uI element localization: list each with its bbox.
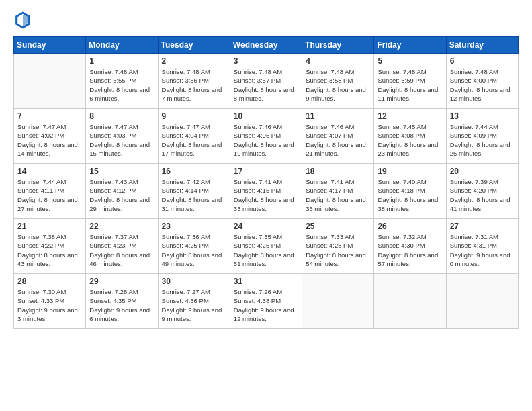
day-number: 9 <box>162 111 226 121</box>
day-info: Sunrise: 7:33 AM Sunset: 4:28 PM Dayligh… <box>306 232 370 268</box>
day-info: Sunrise: 7:46 AM Sunset: 4:07 PM Dayligh… <box>306 122 370 158</box>
day-info: Sunrise: 7:48 AM Sunset: 3:59 PM Dayligh… <box>378 67 442 103</box>
calendar-day-cell <box>446 274 518 329</box>
day-info: Sunrise: 7:47 AM Sunset: 4:02 PM Dayligh… <box>17 122 82 158</box>
calendar-day-cell: 25Sunrise: 7:33 AM Sunset: 4:28 PM Dayli… <box>302 219 374 274</box>
calendar-day-cell: 31Sunrise: 7:26 AM Sunset: 4:38 PM Dayli… <box>230 274 302 329</box>
day-info: Sunrise: 7:39 AM Sunset: 4:20 PM Dayligh… <box>450 177 515 213</box>
calendar-day-cell: 17Sunrise: 7:41 AM Sunset: 4:15 PM Dayli… <box>230 164 302 219</box>
day-info: Sunrise: 7:42 AM Sunset: 4:14 PM Dayligh… <box>162 177 226 213</box>
weekday-header: Monday <box>86 37 158 54</box>
calendar-day-cell: 6Sunrise: 7:48 AM Sunset: 4:00 PM Daylig… <box>446 54 518 109</box>
day-number: 1 <box>89 56 154 66</box>
calendar-day-cell: 29Sunrise: 7:28 AM Sunset: 4:35 PM Dayli… <box>86 274 158 329</box>
day-number: 29 <box>89 277 154 286</box>
logo-icon <box>13 11 32 30</box>
calendar-day-cell: 7Sunrise: 7:47 AM Sunset: 4:02 PM Daylig… <box>14 109 86 164</box>
day-number: 3 <box>234 56 298 66</box>
day-number: 23 <box>162 222 226 231</box>
day-number: 31 <box>234 277 298 286</box>
day-number: 10 <box>234 111 298 121</box>
day-info: Sunrise: 7:36 AM Sunset: 4:25 PM Dayligh… <box>162 232 226 268</box>
day-info: Sunrise: 7:32 AM Sunset: 4:30 PM Dayligh… <box>378 232 442 268</box>
calendar-day-cell <box>374 274 446 329</box>
day-info: Sunrise: 7:44 AM Sunset: 4:11 PM Dayligh… <box>17 177 82 213</box>
calendar-day-cell: 21Sunrise: 7:38 AM Sunset: 4:22 PM Dayli… <box>14 219 86 274</box>
day-number: 4 <box>306 56 370 66</box>
calendar-day-cell: 14Sunrise: 7:44 AM Sunset: 4:11 PM Dayli… <box>14 164 86 219</box>
calendar-day-cell: 15Sunrise: 7:43 AM Sunset: 4:12 PM Dayli… <box>86 164 158 219</box>
day-number: 16 <box>162 167 226 176</box>
calendar-day-cell <box>14 54 86 109</box>
day-info: Sunrise: 7:45 AM Sunset: 4:08 PM Dayligh… <box>378 122 442 158</box>
calendar-day-cell: 26Sunrise: 7:32 AM Sunset: 4:30 PM Dayli… <box>374 219 446 274</box>
day-info: Sunrise: 7:41 AM Sunset: 4:15 PM Dayligh… <box>234 177 298 213</box>
day-info: Sunrise: 7:41 AM Sunset: 4:17 PM Dayligh… <box>306 177 370 213</box>
weekday-header: Thursday <box>302 37 374 54</box>
day-number: 22 <box>89 222 154 231</box>
calendar-week-row: 21Sunrise: 7:38 AM Sunset: 4:22 PM Dayli… <box>14 219 519 274</box>
day-number: 6 <box>450 56 515 66</box>
day-info: Sunrise: 7:27 AM Sunset: 4:36 PM Dayligh… <box>162 287 226 323</box>
calendar-day-cell: 19Sunrise: 7:40 AM Sunset: 4:18 PM Dayli… <box>374 164 446 219</box>
calendar-day-cell: 24Sunrise: 7:35 AM Sunset: 4:26 PM Dayli… <box>230 219 302 274</box>
day-info: Sunrise: 7:48 AM Sunset: 3:58 PM Dayligh… <box>306 67 370 103</box>
calendar-day-cell: 13Sunrise: 7:44 AM Sunset: 4:09 PM Dayli… <box>446 109 518 164</box>
day-number: 21 <box>17 222 82 231</box>
weekday-header: Sunday <box>14 37 86 54</box>
day-info: Sunrise: 7:35 AM Sunset: 4:26 PM Dayligh… <box>234 232 298 268</box>
day-info: Sunrise: 7:43 AM Sunset: 4:12 PM Dayligh… <box>89 177 154 213</box>
calendar-day-cell: 16Sunrise: 7:42 AM Sunset: 4:14 PM Dayli… <box>158 164 230 219</box>
day-info: Sunrise: 7:44 AM Sunset: 4:09 PM Dayligh… <box>450 122 515 158</box>
day-info: Sunrise: 7:40 AM Sunset: 4:18 PM Dayligh… <box>378 177 442 213</box>
day-number: 14 <box>17 167 82 176</box>
calendar-day-cell: 27Sunrise: 7:31 AM Sunset: 4:31 PM Dayli… <box>446 219 518 274</box>
weekday-header: Wednesday <box>230 37 302 54</box>
calendar-day-cell: 4Sunrise: 7:48 AM Sunset: 3:58 PM Daylig… <box>302 54 374 109</box>
calendar-day-cell: 18Sunrise: 7:41 AM Sunset: 4:17 PM Dayli… <box>302 164 374 219</box>
day-info: Sunrise: 7:46 AM Sunset: 4:05 PM Dayligh… <box>234 122 298 158</box>
day-number: 5 <box>378 56 442 66</box>
day-info: Sunrise: 7:47 AM Sunset: 4:03 PM Dayligh… <box>89 122 154 158</box>
weekday-header: Tuesday <box>158 37 230 54</box>
day-info: Sunrise: 7:31 AM Sunset: 4:31 PM Dayligh… <box>450 232 515 268</box>
calendar-day-cell: 23Sunrise: 7:36 AM Sunset: 4:25 PM Dayli… <box>158 219 230 274</box>
calendar-week-row: 28Sunrise: 7:30 AM Sunset: 4:33 PM Dayli… <box>14 274 519 329</box>
day-number: 30 <box>162 277 226 286</box>
day-info: Sunrise: 7:48 AM Sunset: 3:56 PM Dayligh… <box>162 67 226 103</box>
day-number: 20 <box>450 167 515 176</box>
calendar-day-cell: 30Sunrise: 7:27 AM Sunset: 4:36 PM Dayli… <box>158 274 230 329</box>
day-number: 7 <box>17 111 82 121</box>
calendar-day-cell: 2Sunrise: 7:48 AM Sunset: 3:56 PM Daylig… <box>158 54 230 109</box>
day-number: 12 <box>378 111 442 121</box>
calendar-day-cell: 1Sunrise: 7:48 AM Sunset: 3:55 PM Daylig… <box>86 54 158 109</box>
day-info: Sunrise: 7:48 AM Sunset: 3:55 PM Dayligh… <box>89 67 154 103</box>
day-number: 15 <box>89 167 154 176</box>
calendar-week-row: 14Sunrise: 7:44 AM Sunset: 4:11 PM Dayli… <box>14 164 519 219</box>
calendar-day-cell: 10Sunrise: 7:46 AM Sunset: 4:05 PM Dayli… <box>230 109 302 164</box>
day-number: 17 <box>234 167 298 176</box>
calendar-day-cell: 12Sunrise: 7:45 AM Sunset: 4:08 PM Dayli… <box>374 109 446 164</box>
day-number: 27 <box>450 222 515 231</box>
calendar-day-cell: 3Sunrise: 7:48 AM Sunset: 3:57 PM Daylig… <box>230 54 302 109</box>
day-number: 11 <box>306 111 370 121</box>
calendar-day-cell: 8Sunrise: 7:47 AM Sunset: 4:03 PM Daylig… <box>86 109 158 164</box>
day-info: Sunrise: 7:28 AM Sunset: 4:35 PM Dayligh… <box>89 287 154 323</box>
day-number: 28 <box>17 277 82 286</box>
day-number: 24 <box>234 222 298 231</box>
calendar-day-cell: 20Sunrise: 7:39 AM Sunset: 4:20 PM Dayli… <box>446 164 518 219</box>
day-number: 26 <box>378 222 442 231</box>
day-info: Sunrise: 7:30 AM Sunset: 4:33 PM Dayligh… <box>17 287 82 323</box>
logo <box>13 11 35 30</box>
day-number: 13 <box>450 111 515 121</box>
calendar-week-row: 7Sunrise: 7:47 AM Sunset: 4:02 PM Daylig… <box>14 109 519 164</box>
calendar-header-row: SundayMondayTuesdayWednesdayThursdayFrid… <box>14 37 519 54</box>
calendar-table: SundayMondayTuesdayWednesdayThursdayFrid… <box>13 36 519 329</box>
calendar-day-cell: 28Sunrise: 7:30 AM Sunset: 4:33 PM Dayli… <box>14 274 86 329</box>
day-info: Sunrise: 7:48 AM Sunset: 3:57 PM Dayligh… <box>234 67 298 103</box>
calendar-week-row: 1Sunrise: 7:48 AM Sunset: 3:55 PM Daylig… <box>14 54 519 109</box>
day-info: Sunrise: 7:47 AM Sunset: 4:04 PM Dayligh… <box>162 122 226 158</box>
day-info: Sunrise: 7:38 AM Sunset: 4:22 PM Dayligh… <box>17 232 82 268</box>
weekday-header: Saturday <box>446 37 518 54</box>
day-number: 2 <box>162 56 226 66</box>
